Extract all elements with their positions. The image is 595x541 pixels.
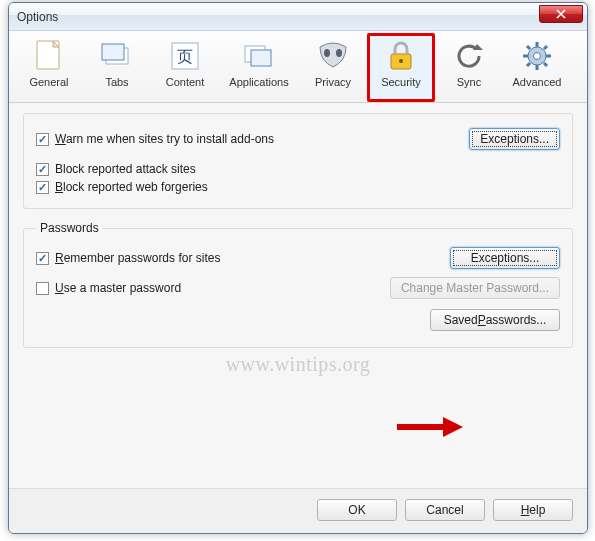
label-block-forgeries: Block reported web forgeries: [55, 180, 208, 194]
label-warn-addons: Warn me when sites try to install add-on…: [55, 132, 274, 146]
tab-label: Content: [166, 76, 205, 88]
mask-icon: [315, 38, 351, 74]
close-icon: [556, 9, 566, 19]
passwords-group: Passwords Remember passwords for sites E…: [23, 221, 573, 348]
tab-label: Sync: [457, 76, 481, 88]
svg-line-20: [544, 63, 547, 66]
tab-content[interactable]: 页 Content: [151, 33, 219, 102]
tab-privacy[interactable]: Privacy: [299, 33, 367, 102]
svg-marker-24: [443, 417, 463, 437]
checkbox-block-forgeries[interactable]: [36, 181, 49, 194]
category-toolbar: General Tabs 页 Content: [9, 31, 587, 103]
label-block-attack: Block reported attack sites: [55, 162, 196, 176]
tabs-icon: [99, 38, 135, 74]
checkbox-warn-addons[interactable]: [36, 133, 49, 146]
help-button[interactable]: Help: [493, 499, 573, 521]
tab-tabs[interactable]: Tabs: [83, 33, 151, 102]
exceptions-passwords-button[interactable]: Exceptions...: [450, 247, 560, 269]
tab-label: Privacy: [315, 76, 351, 88]
titlebar: Options: [9, 3, 587, 31]
tab-advanced[interactable]: Advanced: [503, 33, 571, 102]
options-window: Options General Tabs: [8, 2, 588, 534]
svg-line-19: [527, 46, 530, 49]
tab-label: General: [29, 76, 68, 88]
svg-line-21: [544, 46, 547, 49]
cancel-button[interactable]: Cancel: [405, 499, 485, 521]
label-remember-passwords: Remember passwords for sites: [55, 251, 220, 265]
svg-rect-7: [251, 50, 271, 66]
page-icon: [31, 38, 67, 74]
lock-icon: [383, 38, 419, 74]
sync-icon: [451, 38, 487, 74]
svg-line-22: [527, 63, 530, 66]
svg-point-8: [324, 49, 330, 57]
tab-label: Security: [381, 76, 421, 88]
tab-label: Tabs: [105, 76, 128, 88]
svg-point-9: [336, 49, 342, 57]
change-master-password-button[interactable]: Change Master Password...: [390, 277, 560, 299]
security-panel: Warn me when sites try to install add-on…: [9, 103, 587, 488]
close-button[interactable]: [539, 5, 583, 23]
svg-text:页: 页: [177, 48, 193, 65]
checkbox-block-attack[interactable]: [36, 163, 49, 176]
checkbox-master-password[interactable]: [36, 282, 49, 295]
exceptions-addons-button[interactable]: Exceptions...: [469, 128, 560, 150]
tab-applications[interactable]: Applications: [219, 33, 299, 102]
tab-sync[interactable]: Sync: [435, 33, 503, 102]
tab-label: Advanced: [513, 76, 562, 88]
passwords-legend: Passwords: [36, 221, 103, 235]
applications-icon: [241, 38, 277, 74]
watermark: www.wintips.org: [226, 353, 371, 376]
label-master-password: Use a master password: [55, 281, 181, 295]
ok-button[interactable]: OK: [317, 499, 397, 521]
tab-general[interactable]: General: [15, 33, 83, 102]
window-title: Options: [17, 10, 539, 24]
saved-passwords-button[interactable]: Saved Passwords...: [430, 309, 560, 331]
svg-point-14: [534, 53, 541, 60]
tab-label: Applications: [229, 76, 288, 88]
arrow-annotation: [395, 415, 465, 439]
svg-rect-3: [102, 44, 124, 60]
svg-point-11: [399, 59, 403, 63]
checkbox-remember-passwords[interactable]: [36, 252, 49, 265]
content-icon: 页: [167, 38, 203, 74]
security-group: Warn me when sites try to install add-on…: [23, 113, 573, 209]
tab-security[interactable]: Security: [367, 33, 435, 102]
dialog-footer: OK Cancel Help: [9, 488, 587, 533]
gear-icon: [519, 38, 555, 74]
